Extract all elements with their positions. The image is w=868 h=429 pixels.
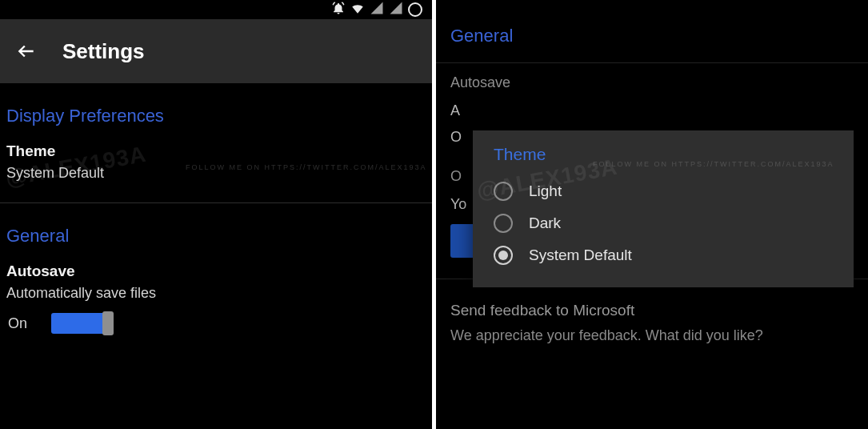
theme-option-dark[interactable]: Dark: [494, 207, 833, 239]
left-screenshot: Settings Display Preferences Theme Syste…: [0, 0, 432, 429]
wifi-icon: [350, 1, 365, 18]
radio-icon: [494, 182, 513, 201]
display-preferences-header: Display Preferences: [0, 83, 432, 136]
app-bar: Settings: [0, 19, 432, 83]
status-bar: [0, 0, 432, 19]
autosave-toggle-row: On: [0, 308, 432, 334]
theme-option-system-default[interactable]: System Default: [494, 239, 833, 271]
theme-dialog: Theme Light Dark System Default: [473, 130, 854, 287]
autosave-desc: Automatically save files: [6, 285, 426, 302]
general-header: General: [0, 203, 432, 256]
theme-title: Theme: [6, 142, 426, 160]
theme-option-label: Dark: [529, 214, 561, 232]
theme-option-label: Light: [529, 182, 562, 200]
obscured-line-a: A: [436, 98, 868, 124]
signal-1-icon: [370, 1, 384, 18]
nav-ring-icon: [408, 2, 422, 17]
radio-icon: [494, 214, 513, 233]
general-header-right: General: [436, 0, 868, 62]
alarm-icon: [331, 1, 346, 18]
autosave-switch[interactable]: [51, 313, 114, 334]
autosave-row: Autosave Automatically save files: [0, 256, 432, 308]
autosave-state: On: [8, 315, 27, 332]
radio-icon-selected: [494, 246, 513, 265]
feedback-sub: We appreciate your feedback. What did yo…: [450, 327, 854, 344]
page-title: Settings: [62, 39, 145, 64]
signal-2-icon: [389, 1, 403, 18]
theme-dialog-title: Theme: [494, 145, 833, 164]
theme-value: System Default: [6, 165, 426, 182]
right-screenshot: General Autosave A O O Yo Send feedback …: [436, 0, 868, 429]
feedback-title: Send feedback to Microsoft: [450, 302, 854, 319]
theme-option-label: System Default: [529, 247, 632, 264]
feedback-row[interactable]: Send feedback to Microsoft We appreciate…: [436, 279, 868, 351]
back-button[interactable]: [16, 41, 37, 62]
theme-option-light[interactable]: Light: [494, 175, 833, 207]
autosave-label-right: Autosave: [436, 63, 868, 98]
theme-row[interactable]: Theme System Default: [0, 136, 432, 188]
autosave-title: Autosave: [6, 263, 426, 280]
